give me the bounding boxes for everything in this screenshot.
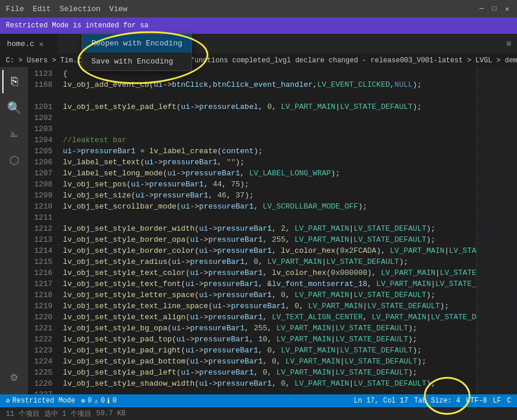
file-size: 59.7 KB — [96, 410, 125, 418]
language-status[interactable]: C — [507, 397, 511, 405]
bottom-info-bar: 11 个项目 选中 1 个项目 59.7 KB — [0, 407, 517, 420]
split-editor-button[interactable]: ⊞ — [501, 34, 517, 54]
encoding-text: UTF-8 — [466, 397, 487, 405]
menu-bar[interactable]: File Edit Selection View — [6, 5, 128, 13]
reopen-encoding-item[interactable]: Reopen with Encoding — [82, 34, 192, 52]
title-bar: File Edit Selection View ─ □ ✕ — [0, 0, 517, 17]
activity-settings[interactable]: ⚙ — [2, 365, 26, 389]
activity-explorer[interactable]: ⎘ — [2, 70, 26, 93]
activity-bar: ⎘ 🔍 ⎁ ⬡ ⚙ — [0, 67, 28, 394]
tab-home-c[interactable]: home.c ✕ — [0, 34, 58, 54]
restricted-mode-status[interactable]: ⊘ Restricted Mode — [6, 397, 75, 405]
main-layout: ⎘ 🔍 ⎁ ⬡ ⚙ 1123 1168 1201 1202 1203 1204 … — [0, 67, 517, 394]
encoding-dropdown: Reopen with Encoding Save with Encoding — [82, 34, 192, 71]
code-content[interactable]: { lv_obj_add_event_cb(ui->btnClick,btnCl… — [57, 67, 476, 394]
status-bar: ⊘ Restricted Mode ⊗ 0 ⚠ 0 ℹ 0 Ln 17, Col… — [0, 394, 517, 407]
top-area: Restricted Mode is intended for sa Reope… — [0, 17, 517, 34]
minimap — [476, 67, 517, 394]
minimap-content — [477, 67, 517, 394]
errors-count: 0 — [88, 397, 92, 405]
code-editor: 1123 1168 1201 1202 1203 1204 1205 1206 … — [28, 67, 517, 394]
restricted-mode-label: Restricted Mode — [12, 397, 75, 405]
save-encoding-item[interactable]: Save with Encoding — [82, 52, 192, 70]
minimize-button[interactable]: ─ — [477, 5, 486, 13]
items-count: 11 个项目 — [6, 409, 40, 419]
encoding-status[interactable]: UTF-8 — [466, 397, 487, 405]
tab-size-text: Tab Size: 4 — [414, 397, 460, 405]
menu-file[interactable]: File — [6, 5, 24, 13]
tab-bar: home.c ✕ ⊞ — [0, 34, 517, 54]
activity-extensions[interactable]: ⬡ — [2, 149, 26, 172]
status-left: ⊘ Restricted Mode ⊗ 0 ⚠ 0 ℹ 0 — [6, 397, 116, 405]
code-view: 1123 1168 1201 1202 1203 1204 1205 1206 … — [28, 67, 517, 394]
info-count: 0 — [112, 397, 116, 405]
language-text: C — [507, 397, 511, 405]
warnings-count: 0 — [101, 397, 105, 405]
selected-count: 选中 1 个项目 — [44, 409, 92, 419]
line-ending-text: LF — [493, 397, 501, 405]
line-ending-status[interactable]: LF — [493, 397, 501, 405]
close-button[interactable]: ✕ — [503, 5, 511, 13]
cursor-position[interactable]: Ln 17, Col 17 — [354, 397, 409, 405]
warnings-icon: ⚠ — [94, 397, 98, 405]
info-icon: ℹ — [107, 397, 110, 405]
tab-size-status[interactable]: Tab Size: 4 — [414, 397, 460, 405]
restricted-mode-icon: ⊘ — [6, 397, 10, 405]
errors-icon: ⊗ — [81, 397, 85, 405]
status-right: Ln 17, Col 17 Tab Size: 4 UTF-8 LF C — [354, 397, 511, 405]
line-numbers: 1123 1168 1201 1202 1203 1204 1205 1206 … — [28, 67, 57, 394]
notification-text: Restricted Mode is intended for sa — [6, 22, 148, 30]
maximize-button[interactable]: □ — [490, 5, 498, 13]
breadcrumb: C: > Users > Tim.Zhu > Desktop > v7.0.3-… — [0, 54, 517, 67]
window-controls[interactable]: ─ □ ✕ — [477, 5, 511, 13]
position-text: Ln 17, Col 17 — [354, 397, 409, 405]
tab-filename: home.c — [7, 40, 34, 48]
menu-selection[interactable]: Selection — [59, 5, 100, 13]
activity-search[interactable]: 🔍 — [2, 96, 26, 119]
errors-status[interactable]: ⊗ 0 ⚠ 0 ℹ 0 — [81, 397, 116, 405]
activity-source-control[interactable]: ⎁ — [2, 122, 26, 146]
menu-edit[interactable]: Edit — [33, 5, 51, 13]
menu-view[interactable]: View — [109, 5, 128, 13]
notification-bar: Restricted Mode is intended for sa Reope… — [0, 17, 517, 34]
tab-close-button[interactable]: ✕ — [39, 39, 44, 49]
